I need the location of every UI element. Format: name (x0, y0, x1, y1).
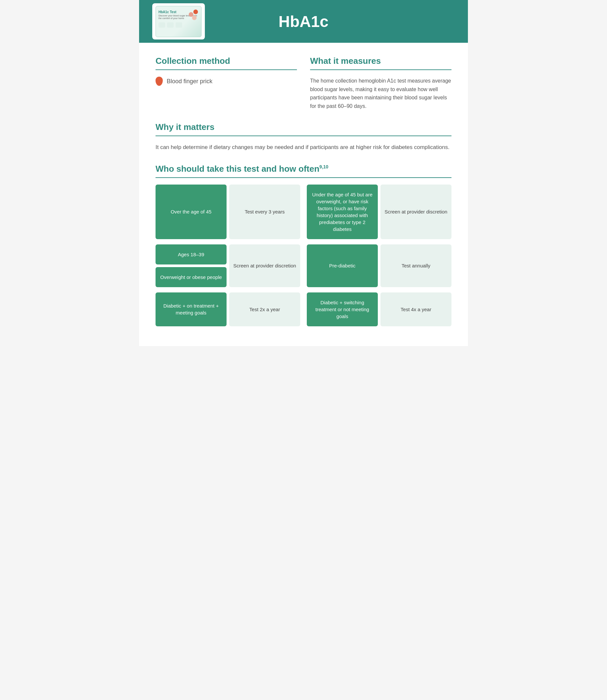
row1-left-frequency: Test every 3 years (229, 185, 300, 239)
row3-right-frequency: Test 4x a year (380, 292, 452, 326)
test-row-3: Diabetic + on treatment + meeting goals … (155, 292, 452, 326)
row1-left-condition: Over the age of 45 (155, 185, 227, 239)
row2-left-condition-1: Ages 18–39 (155, 244, 227, 265)
collection-divider (155, 69, 297, 70)
row2-left: Ages 18–39 Overweight or obese people Sc… (155, 244, 300, 287)
test-row-2: Ages 18–39 Overweight or obese people Sc… (155, 244, 452, 287)
main-content: Collection method Blood finger prick Wha… (139, 43, 468, 346)
product-box: HbA1c Test Discover your blood sugar lev… (152, 3, 205, 40)
test-row-1: Over the age of 45 Test every 3 years Un… (155, 185, 452, 239)
row1-right-condition: Under the age of 45 but are overweight, … (307, 185, 378, 239)
collection-method-section: Collection method Blood finger prick (155, 56, 297, 110)
collection-method-text: Blood finger prick (167, 78, 212, 85)
product-title: HbA1c Test (159, 10, 176, 14)
row1-right: Under the age of 45 but are overweight, … (307, 185, 452, 239)
collection-method-content: Blood finger prick (155, 77, 297, 86)
row2-right: Pre-diabetic Test annually (307, 244, 452, 287)
who-title-text: Who should take this test and how often (155, 164, 319, 174)
who-superscript: 9,10 (319, 164, 328, 169)
page-title: HbA1c (278, 13, 329, 30)
collection-title: Collection method (155, 56, 297, 66)
row1-right-frequency: Screen at provider discretion (380, 185, 452, 239)
row3-right: Diabetic + switching treatment or not me… (307, 292, 452, 326)
info-grid: Collection method Blood finger prick Wha… (155, 56, 452, 110)
measures-divider (310, 69, 452, 70)
row2-left-condition-2: Overweight or obese people (155, 267, 227, 287)
who-title: Who should take this test and how often9… (155, 164, 452, 174)
row2-left-frequency: Screen at provider discretion (229, 244, 300, 287)
page-header: HbA1c Test Discover your blood sugar lev… (139, 0, 468, 43)
blood-drop-icon (155, 77, 163, 86)
measures-title: What it measures (310, 56, 452, 66)
row2-right-condition: Pre-diabetic (307, 244, 378, 287)
row3-left-condition: Diabetic + on treatment + meeting goals (155, 292, 227, 326)
why-divider (155, 136, 452, 136)
row1-left: Over the age of 45 Test every 3 years (155, 185, 300, 239)
row3-left: Diabetic + on treatment + meeting goals … (155, 292, 300, 326)
row3-right-condition: Diabetic + switching treatment or not me… (307, 292, 378, 326)
measures-section: What it measures The home collection hem… (310, 56, 452, 110)
why-section: Why it matters It can help determine if … (155, 122, 452, 152)
row3-left-frequency: Test 2x a year (229, 292, 300, 326)
why-title: Why it matters (155, 122, 452, 132)
row2-left-conditions: Ages 18–39 Overweight or obese people (155, 244, 227, 287)
row2-right-frequency: Test annually (380, 244, 452, 287)
why-text: It can help determine if dietary changes… (155, 143, 452, 152)
who-divider (155, 177, 452, 178)
who-section: Who should take this test and how often9… (155, 164, 452, 326)
measures-text: The home collection hemoglobin A1c test … (310, 77, 452, 110)
